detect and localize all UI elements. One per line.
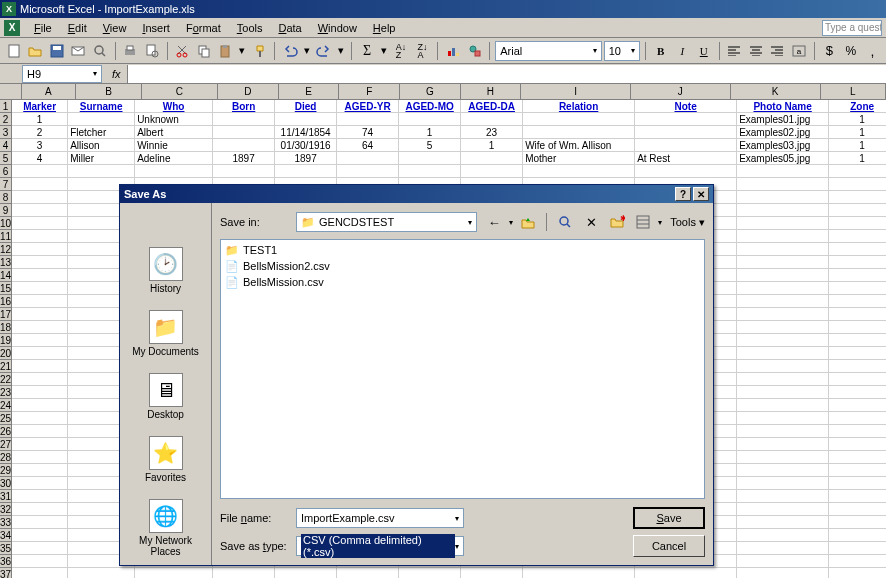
row-header[interactable]: 6 bbox=[0, 165, 12, 178]
row-header[interactable]: 37 bbox=[0, 568, 12, 578]
cell[interactable] bbox=[213, 568, 275, 578]
cell[interactable] bbox=[737, 347, 829, 360]
cell[interactable]: 5 bbox=[399, 139, 461, 152]
cell[interactable] bbox=[829, 412, 886, 425]
header-cell[interactable]: Who bbox=[135, 100, 213, 113]
cell[interactable]: Examples01.jpg bbox=[737, 113, 829, 126]
cell[interactable] bbox=[12, 386, 68, 399]
views-button[interactable] bbox=[632, 211, 654, 233]
header-cell[interactable]: AGED-YR bbox=[337, 100, 399, 113]
print-preview-button[interactable] bbox=[142, 40, 162, 62]
up-level-button[interactable] bbox=[517, 211, 539, 233]
header-cell[interactable]: Relation bbox=[523, 100, 635, 113]
row-header[interactable]: 11 bbox=[0, 230, 12, 243]
row-header[interactable]: 13 bbox=[0, 256, 12, 269]
cell[interactable] bbox=[829, 373, 886, 386]
cell[interactable] bbox=[337, 113, 399, 126]
cell[interactable]: 1 bbox=[829, 139, 886, 152]
row-header[interactable]: 21 bbox=[0, 360, 12, 373]
row-header[interactable]: 4 bbox=[0, 139, 12, 152]
print-button[interactable] bbox=[121, 40, 141, 62]
cell[interactable] bbox=[829, 282, 886, 295]
cell[interactable] bbox=[135, 165, 213, 178]
cell[interactable] bbox=[737, 451, 829, 464]
cell[interactable] bbox=[737, 165, 829, 178]
cell[interactable] bbox=[737, 477, 829, 490]
file-item[interactable]: 📄BellsMission2.csv bbox=[223, 258, 702, 274]
cell[interactable] bbox=[635, 165, 737, 178]
cell[interactable] bbox=[829, 516, 886, 529]
col-header-E[interactable]: E bbox=[279, 84, 340, 99]
tools-menu[interactable]: Tools ▾ bbox=[670, 216, 705, 229]
cell[interactable] bbox=[12, 529, 68, 542]
new-folder-button[interactable]: ✱ bbox=[606, 211, 628, 233]
sort-asc-button[interactable]: A↓Z bbox=[391, 40, 411, 62]
cell[interactable] bbox=[737, 516, 829, 529]
autosum-dropdown[interactable]: ▾ bbox=[379, 44, 390, 57]
col-header-G[interactable]: G bbox=[400, 84, 461, 99]
menu-data[interactable]: Data bbox=[270, 20, 309, 36]
row-header[interactable]: 34 bbox=[0, 529, 12, 542]
cell[interactable] bbox=[737, 282, 829, 295]
file-item[interactable]: 📄BellsMission.csv bbox=[223, 274, 702, 290]
places-item[interactable]: 📁My Documents bbox=[128, 306, 203, 361]
cell[interactable] bbox=[12, 360, 68, 373]
row-header[interactable]: 17 bbox=[0, 308, 12, 321]
cell[interactable] bbox=[12, 217, 68, 230]
row-header[interactable]: 29 bbox=[0, 464, 12, 477]
header-cell[interactable]: AGED-MO bbox=[399, 100, 461, 113]
row-header[interactable]: 32 bbox=[0, 503, 12, 516]
italic-button[interactable]: I bbox=[672, 40, 692, 62]
cell[interactable] bbox=[523, 113, 635, 126]
cell[interactable] bbox=[12, 516, 68, 529]
back-button[interactable]: ← bbox=[483, 211, 505, 233]
places-item[interactable]: 🖥Desktop bbox=[143, 369, 188, 424]
cell[interactable] bbox=[737, 321, 829, 334]
cell[interactable] bbox=[635, 568, 737, 578]
places-item[interactable]: 🌐My Network Places bbox=[120, 495, 211, 561]
cell[interactable] bbox=[12, 373, 68, 386]
row-header[interactable]: 25 bbox=[0, 412, 12, 425]
cell[interactable] bbox=[523, 126, 635, 139]
select-all-corner[interactable] bbox=[0, 84, 22, 99]
help-button[interactable]: ? bbox=[675, 187, 691, 201]
email-button[interactable] bbox=[69, 40, 89, 62]
col-header-I[interactable]: I bbox=[521, 84, 631, 99]
cell[interactable]: 64 bbox=[337, 139, 399, 152]
row-header[interactable]: 36 bbox=[0, 555, 12, 568]
cell[interactable] bbox=[829, 425, 886, 438]
cell[interactable] bbox=[737, 568, 829, 578]
menu-tools[interactable]: Tools bbox=[229, 20, 271, 36]
paste-button[interactable] bbox=[216, 40, 236, 62]
cell[interactable] bbox=[12, 464, 68, 477]
views-dropdown[interactable]: ▾ bbox=[658, 218, 662, 227]
cell[interactable] bbox=[12, 321, 68, 334]
cell[interactable] bbox=[829, 529, 886, 542]
merge-center-button[interactable]: a bbox=[789, 40, 809, 62]
redo-dropdown[interactable]: ▾ bbox=[336, 44, 347, 57]
cell[interactable]: Adeline bbox=[135, 152, 213, 165]
cell[interactable] bbox=[12, 568, 68, 578]
places-item[interactable]: ⭐Favorites bbox=[141, 432, 190, 487]
header-cell[interactable]: Surname bbox=[68, 100, 135, 113]
cell[interactable] bbox=[12, 269, 68, 282]
col-header-J[interactable]: J bbox=[631, 84, 731, 99]
cell[interactable]: Winnie bbox=[135, 139, 213, 152]
cell[interactable] bbox=[635, 139, 737, 152]
row-header[interactable]: 31 bbox=[0, 490, 12, 503]
places-item[interactable]: 🕑History bbox=[145, 243, 187, 298]
row-header[interactable]: 2 bbox=[0, 113, 12, 126]
cell[interactable]: Albert bbox=[135, 126, 213, 139]
cell[interactable]: Allison bbox=[68, 139, 135, 152]
undo-button[interactable] bbox=[280, 40, 300, 62]
cell[interactable] bbox=[12, 503, 68, 516]
row-header[interactable]: 35 bbox=[0, 542, 12, 555]
drawing-button[interactable] bbox=[465, 40, 485, 62]
back-dropdown[interactable]: ▾ bbox=[509, 218, 513, 227]
cell[interactable]: 2 bbox=[12, 126, 68, 139]
cell[interactable]: 1 bbox=[829, 113, 886, 126]
cell[interactable] bbox=[829, 399, 886, 412]
cell[interactable] bbox=[829, 165, 886, 178]
cell[interactable] bbox=[399, 165, 461, 178]
menu-view[interactable]: View bbox=[95, 20, 135, 36]
